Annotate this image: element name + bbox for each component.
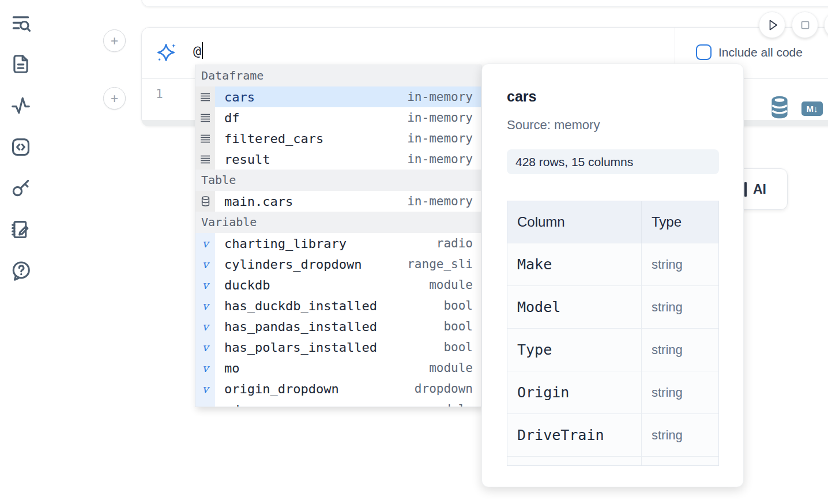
autocomplete-item[interactable]: v origin_dropdown dropdown bbox=[195, 378, 481, 399]
autocomplete-item-name: charting_library bbox=[224, 236, 347, 251]
autocomplete-item-name: main.cars bbox=[224, 194, 293, 209]
autocomplete-item[interactable]: df in-memory bbox=[195, 107, 481, 128]
autocomplete-section-header: Dataframe bbox=[195, 65, 481, 86]
run-cell-button[interactable] bbox=[759, 12, 785, 38]
variable-icon: v bbox=[202, 403, 209, 407]
autocomplete-item[interactable]: v mo module bbox=[195, 358, 481, 378]
autocomplete-item-detail: bool bbox=[443, 319, 473, 333]
autocomplete-item[interactable]: v has_duckdb_installed bool bbox=[195, 295, 481, 316]
ai-prompt-input[interactable]: @ bbox=[193, 42, 203, 59]
table-row: Origin string bbox=[507, 371, 718, 414]
variable-icon: v bbox=[202, 237, 209, 250]
dataframe-preview-panel: cars Source: memory 428 rows, 15 columns… bbox=[481, 63, 744, 487]
table-icon bbox=[201, 196, 210, 206]
variable-icon: v bbox=[202, 279, 209, 291]
database-icon bbox=[770, 112, 789, 121]
include-all-code-checkbox[interactable] bbox=[696, 44, 712, 60]
preview-shape-badge: 428 rows, 15 columns bbox=[507, 149, 719, 174]
add-cell-below-button[interactable]: + bbox=[103, 87, 126, 110]
autocomplete-item-name: filtered_cars bbox=[224, 131, 323, 146]
column-type-cell: string bbox=[642, 286, 718, 328]
autocomplete-item[interactable]: v duckdb module bbox=[195, 274, 481, 295]
autocomplete-item[interactable]: result in-memory bbox=[195, 149, 481, 170]
autocomplete-item-name: has_pandas_installed bbox=[224, 319, 377, 334]
autocomplete-item-detail: bool bbox=[443, 340, 473, 354]
column-type-cell: string bbox=[642, 371, 718, 413]
ai-button-label: AI bbox=[753, 182, 766, 197]
autocomplete-item-detail: range_sli bbox=[407, 257, 473, 271]
column-name-cell: Model bbox=[507, 286, 642, 328]
key-icon bbox=[10, 192, 32, 201]
preview-source: Source: memory bbox=[507, 118, 600, 133]
sidebar-item-secrets[interactable] bbox=[9, 176, 33, 200]
sidebar bbox=[0, 0, 42, 504]
sidebar-item-scratchpad[interactable] bbox=[9, 217, 33, 242]
autocomplete-list: Dataframe cars in-memory df in-memory fi… bbox=[195, 65, 481, 407]
variable-icon: v bbox=[202, 299, 209, 312]
include-all-code-label[interactable]: Include all code bbox=[718, 46, 803, 59]
column-name-cell: DriveTrain bbox=[507, 414, 642, 456]
autocomplete-item-name: mo bbox=[224, 361, 240, 375]
sidebar-item-snippets[interactable] bbox=[9, 135, 33, 159]
sidebar-item-files[interactable] bbox=[9, 12, 33, 36]
autocomplete-item-name: cars bbox=[224, 90, 255, 104]
autocomplete-item-name: has_duckdb_installed bbox=[224, 299, 377, 313]
autocomplete-item-detail: in-memory bbox=[407, 90, 473, 104]
table-row: Make string bbox=[507, 243, 718, 286]
ai-sparkle-icon bbox=[156, 42, 178, 64]
autocomplete-item[interactable]: v charting_library radio bbox=[195, 233, 481, 254]
datasource-button[interactable] bbox=[770, 96, 789, 119]
text-caret bbox=[202, 42, 203, 59]
autocomplete-section-header: Variable bbox=[195, 212, 481, 233]
autocomplete-item[interactable]: main.cars in-memory bbox=[195, 191, 481, 212]
type-header: Type bbox=[642, 201, 682, 243]
autocomplete-item-detail: in-memory bbox=[407, 194, 473, 208]
sidebar-item-documentation[interactable] bbox=[9, 52, 33, 76]
table-row-clipped bbox=[507, 457, 718, 466]
column-name-cell: Type bbox=[507, 329, 642, 371]
code-snippet-icon bbox=[10, 151, 32, 160]
activity-icon bbox=[10, 110, 32, 118]
autocomplete-item[interactable]: cars in-memory bbox=[195, 86, 481, 107]
autocomplete-item-detail: in-memory bbox=[407, 131, 473, 145]
variable-icon: v bbox=[202, 382, 209, 395]
table-row: Type string bbox=[507, 329, 718, 371]
autocomplete-dropdown: Dataframe cars in-memory df in-memory fi… bbox=[195, 65, 481, 407]
column-type-cell: string bbox=[642, 414, 718, 456]
play-icon bbox=[759, 17, 785, 33]
autocomplete-item[interactable]: v cylinders_dropdown range_sli bbox=[195, 254, 481, 274]
autocomplete-item[interactable]: v has_pandas_installed bool bbox=[195, 316, 481, 337]
autocomplete-item[interactable]: v has_polars_installed bool bbox=[195, 337, 481, 358]
editor-line-number: 1 bbox=[156, 87, 163, 101]
table-row: DriveTrain string bbox=[507, 414, 718, 457]
autocomplete-item-detail: bool bbox=[443, 299, 473, 313]
autocomplete-item-detail: module bbox=[429, 403, 473, 407]
sidebar-item-variables[interactable] bbox=[9, 93, 33, 118]
table-row: Model string bbox=[507, 286, 718, 329]
column-type-cell: string bbox=[642, 243, 718, 285]
dataframe-icon bbox=[200, 134, 210, 143]
variable-icon: v bbox=[202, 258, 209, 270]
column-header: Column bbox=[507, 201, 642, 243]
stop-cell-button[interactable] bbox=[792, 12, 818, 38]
sidebar-item-help[interactable] bbox=[9, 259, 33, 283]
list-search-icon bbox=[10, 28, 32, 36]
dataframe-icon bbox=[200, 114, 210, 122]
variable-icon: v bbox=[202, 320, 209, 333]
dataframe-icon bbox=[200, 93, 210, 101]
autocomplete-item[interactable]: filtered_cars in-memory bbox=[195, 128, 481, 149]
table-header-row: Column Type bbox=[507, 201, 718, 243]
autocomplete-item-name: df bbox=[224, 111, 240, 125]
stop-icon bbox=[792, 17, 818, 33]
add-cell-above-button[interactable]: + bbox=[103, 29, 126, 52]
autocomplete-item-name: duckdb bbox=[224, 278, 270, 292]
variable-icon: v bbox=[202, 362, 209, 374]
preview-title: cars bbox=[507, 88, 536, 105]
previous-cell-edge bbox=[141, 0, 828, 7]
autocomplete-item-detail: module bbox=[429, 361, 473, 375]
autocomplete-item-name: origin_dropdown bbox=[224, 382, 339, 396]
autocomplete-item[interactable]: v pd module bbox=[195, 399, 481, 407]
autocomplete-item-detail: dropdown bbox=[415, 382, 473, 396]
markdown-convert-button[interactable]: M↓ bbox=[801, 101, 823, 116]
help-icon bbox=[10, 275, 32, 284]
